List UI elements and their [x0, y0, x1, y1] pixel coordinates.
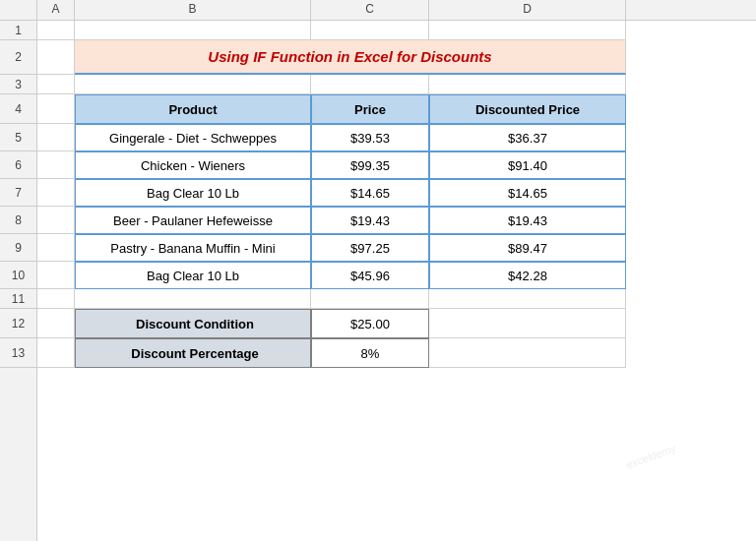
row-num-9[interactable]: 9: [0, 234, 36, 262]
r9-a[interactable]: [37, 234, 75, 262]
r11-a[interactable]: [37, 289, 75, 309]
row-6: Chicken - Wieners $99.35 $91.40: [37, 151, 756, 179]
row-num-7[interactable]: 7: [0, 179, 36, 207]
row-3: [37, 75, 756, 94]
r12-d[interactable]: [429, 309, 626, 338]
row-num-10[interactable]: 10: [0, 262, 36, 289]
discount-percentage-value[interactable]: 8%: [311, 338, 429, 368]
row-num-6[interactable]: 6: [0, 151, 36, 179]
header-product[interactable]: Product: [75, 94, 311, 124]
spreadsheet: A B C D 1 2 3 4 5 6 7 8 9 10 11 12 13: [0, 0, 756, 541]
r8-discounted[interactable]: $19.43: [429, 207, 626, 234]
r6-product[interactable]: Chicken - Wieners: [75, 151, 311, 179]
r13-a[interactable]: [37, 338, 75, 368]
r10-price[interactable]: $45.96: [311, 262, 429, 289]
row-5: Gingerale - Diet - Schweppes $39.53 $36.…: [37, 124, 756, 151]
header-discounted[interactable]: Discounted Price: [429, 94, 626, 124]
r1-d[interactable]: [429, 21, 626, 40]
row-num-11[interactable]: 11: [0, 289, 36, 309]
r6-price[interactable]: $99.35: [311, 151, 429, 179]
grid-cells: Using IF Function in Excel for Discounts…: [37, 21, 756, 541]
r8-a[interactable]: [37, 207, 75, 234]
title-text: Using IF Function in Excel for Discounts: [208, 48, 491, 65]
title-cell[interactable]: Using IF Function in Excel for Discounts: [75, 40, 626, 75]
row-12: Discount Condition $25.00: [37, 309, 756, 338]
row-num-5[interactable]: 5: [0, 124, 36, 151]
row-num-1[interactable]: 1: [0, 21, 36, 40]
r1-c[interactable]: [311, 21, 429, 40]
r5-price[interactable]: $39.53: [311, 124, 429, 151]
col-header-a[interactable]: A: [37, 0, 75, 20]
header-price[interactable]: Price: [311, 94, 429, 124]
r7-a[interactable]: [37, 179, 75, 207]
row-9: Pastry - Banana Muffin - Mini $97.25 $89…: [37, 234, 756, 262]
col-header-b[interactable]: B: [75, 0, 311, 20]
row-11: [37, 289, 756, 309]
r10-a[interactable]: [37, 262, 75, 289]
column-headers: A B C D: [0, 0, 756, 21]
r11-b[interactable]: [75, 289, 311, 309]
r6-discounted[interactable]: $91.40: [429, 151, 626, 179]
r5-discounted[interactable]: $36.37: [429, 124, 626, 151]
r3-b[interactable]: [75, 75, 311, 94]
r6-a[interactable]: [37, 151, 75, 179]
row-num-3[interactable]: 3: [0, 75, 36, 94]
discount-condition-label[interactable]: Discount Condition: [75, 309, 311, 338]
discount-percentage-label[interactable]: Discount Percentage: [75, 338, 311, 368]
r11-c[interactable]: [311, 289, 429, 309]
grid-body: 1 2 3 4 5 6 7 8 9 10 11 12 13: [0, 21, 756, 541]
r9-price[interactable]: $97.25: [311, 234, 429, 262]
r4-a[interactable]: [37, 94, 75, 124]
row-num-13[interactable]: 13: [0, 338, 36, 368]
discount-condition-value[interactable]: $25.00: [311, 309, 429, 338]
r1-a[interactable]: [37, 21, 75, 40]
r9-discounted[interactable]: $89.47: [429, 234, 626, 262]
r10-discounted[interactable]: $42.28: [429, 262, 626, 289]
r13-d[interactable]: [429, 338, 626, 368]
r5-a[interactable]: [37, 124, 75, 151]
row-4: Product Price Discounted Price: [37, 94, 756, 124]
r10-product[interactable]: Bag Clear 10 Lb: [75, 262, 311, 289]
row-num-12[interactable]: 12: [0, 309, 36, 338]
r11-d[interactable]: [429, 289, 626, 309]
row-num-8[interactable]: 8: [0, 207, 36, 234]
row-13: Discount Percentage 8%: [37, 338, 756, 368]
r5-product[interactable]: Gingerale - Diet - Schweppes: [75, 124, 311, 151]
row-num-4[interactable]: 4: [0, 94, 36, 124]
corner-cell: [0, 0, 37, 20]
r7-discounted[interactable]: $14.65: [429, 179, 626, 207]
r8-product[interactable]: Beer - Paulaner Hefeweisse: [75, 207, 311, 234]
r12-a[interactable]: [37, 309, 75, 338]
row-10: Bag Clear 10 Lb $45.96 $42.28: [37, 262, 756, 289]
r7-product[interactable]: Bag Clear 10 Lb: [75, 179, 311, 207]
col-header-d[interactable]: D: [429, 0, 626, 20]
row-8: Beer - Paulaner Hefeweisse $19.43 $19.43: [37, 207, 756, 234]
r3-c[interactable]: [311, 75, 429, 94]
row-7: Bag Clear 10 Lb $14.65 $14.65: [37, 179, 756, 207]
row-numbers: 1 2 3 4 5 6 7 8 9 10 11 12 13: [0, 21, 37, 541]
r2-a[interactable]: [37, 40, 75, 75]
row-2: Using IF Function in Excel for Discounts: [37, 40, 756, 75]
row-1: [37, 21, 756, 40]
r3-a[interactable]: [37, 75, 75, 94]
r1-b[interactable]: [75, 21, 311, 40]
r8-price[interactable]: $19.43: [311, 207, 429, 234]
row-num-2[interactable]: 2: [0, 40, 36, 75]
r3-d[interactable]: [429, 75, 626, 94]
r9-product[interactable]: Pastry - Banana Muffin - Mini: [75, 234, 311, 262]
r7-price[interactable]: $14.65: [311, 179, 429, 207]
col-header-c[interactable]: C: [311, 0, 429, 20]
